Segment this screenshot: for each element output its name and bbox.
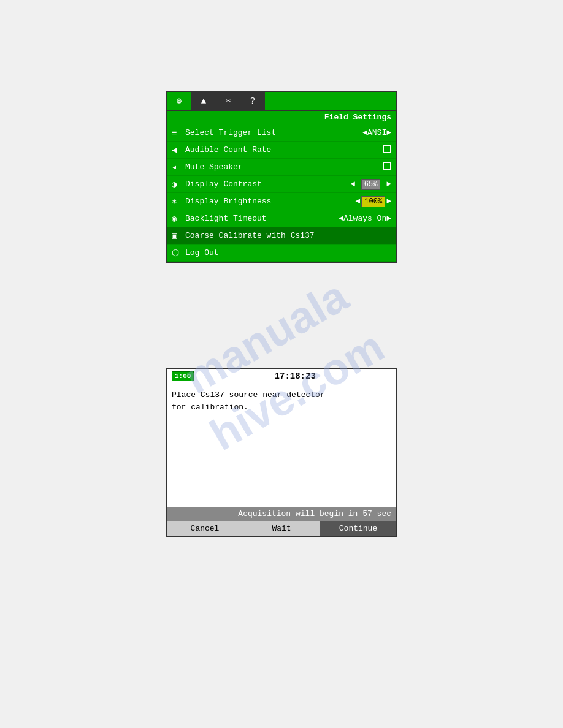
wait-button[interactable]: Wait bbox=[243, 521, 320, 536]
tab-gear[interactable]: ⚙ bbox=[167, 92, 191, 110]
audible-checkbox[interactable] bbox=[383, 145, 391, 153]
audible-icon: ◀ bbox=[172, 145, 185, 155]
audible-count-rate-label: Audible Count Rate bbox=[185, 145, 383, 154]
calibration-screen: 1:00 17:18:23 Place Cs137 source near de… bbox=[166, 368, 397, 537]
backlight-timeout-label: Backlight Timeout bbox=[185, 214, 339, 223]
tab-bar: ⚙ ▲ ✂ ? bbox=[167, 92, 396, 111]
trigger-list-value: ◄ANSI► bbox=[362, 128, 391, 137]
menu-item-log-out[interactable]: ⬡ Log Out bbox=[167, 245, 396, 262]
display-brightness-label: Display Brightness bbox=[185, 197, 356, 206]
tab-help[interactable]: ? bbox=[240, 92, 265, 110]
calibration-instruction-line1: Place Cs137 source near detector bbox=[172, 389, 391, 401]
continue-button[interactable]: Continue bbox=[320, 521, 396, 536]
display-brightness-value: ◄100%► bbox=[356, 197, 391, 206]
action-buttons: Cancel Wait Continue bbox=[167, 521, 396, 536]
calibration-body: Place Cs137 source near detector for cal… bbox=[167, 384, 396, 507]
coarse-calibrate-label: Coarse Calibrate with Cs137 bbox=[185, 231, 391, 240]
tab-tools[interactable]: ✂ bbox=[216, 92, 240, 110]
tab-alert[interactable]: ▲ bbox=[191, 92, 216, 110]
menu-item-mute-speaker[interactable]: ◂ Mute Speaker bbox=[167, 159, 396, 176]
calibrate-icon: ▣ bbox=[172, 230, 185, 241]
acquisition-status: Acquisition will begin in 57 sec bbox=[167, 507, 396, 521]
contrast-box: 65% bbox=[361, 179, 381, 190]
menu-item-audible-count-rate[interactable]: ◀ Audible Count Rate bbox=[167, 142, 396, 159]
log-out-label: Log Out bbox=[185, 248, 391, 257]
calibration-instruction-line2: for calibration. bbox=[172, 401, 391, 414]
brightness-box: 100% bbox=[361, 196, 385, 207]
trigger-list-label: Select Trigger List bbox=[185, 128, 362, 137]
mute-speaker-label: Mute Speaker bbox=[185, 162, 383, 172]
tab-spacer bbox=[265, 92, 396, 110]
display-contrast-label: Display Contrast bbox=[185, 180, 350, 189]
menu-item-display-brightness[interactable]: ✶ Display Brightness ◄100%► bbox=[167, 193, 396, 210]
mute-checkbox[interactable] bbox=[383, 162, 391, 170]
backlight-icon: ◉ bbox=[172, 213, 185, 224]
trigger-list-icon: ≡ bbox=[172, 128, 185, 138]
menu-item-coarse-calibrate[interactable]: ▣ Coarse Calibrate with Cs137 bbox=[167, 227, 396, 245]
contrast-icon: ◑ bbox=[172, 179, 185, 189]
timestamp: 17:18:23 bbox=[199, 371, 391, 381]
mute-icon: ◂ bbox=[172, 162, 185, 172]
field-settings-screen: ⚙ ▲ ✂ ? Field Settings ≡ Select Trigger … bbox=[166, 91, 397, 263]
audible-count-rate-value bbox=[383, 145, 391, 156]
backlight-timeout-value: ◄Always On► bbox=[339, 214, 391, 223]
menu-item-trigger-list[interactable]: ≡ Select Trigger List ◄ANSI► bbox=[167, 124, 396, 142]
header-title: Field Settings bbox=[324, 113, 391, 122]
mute-speaker-value bbox=[383, 162, 391, 173]
brightness-icon: ✶ bbox=[172, 196, 185, 207]
cancel-button[interactable]: Cancel bbox=[167, 521, 243, 536]
battery-indicator: 1:00 bbox=[172, 371, 194, 381]
display-contrast-value: ◄ 65% ► bbox=[350, 180, 391, 189]
calibration-header: 1:00 17:18:23 bbox=[167, 369, 396, 384]
settings-header: Field Settings bbox=[167, 111, 396, 124]
menu-item-display-contrast[interactable]: ◑ Display Contrast ◄ 65% ► bbox=[167, 176, 396, 193]
menu-item-backlight-timeout[interactable]: ◉ Backlight Timeout ◄Always On► bbox=[167, 210, 396, 227]
logout-icon: ⬡ bbox=[172, 248, 185, 258]
